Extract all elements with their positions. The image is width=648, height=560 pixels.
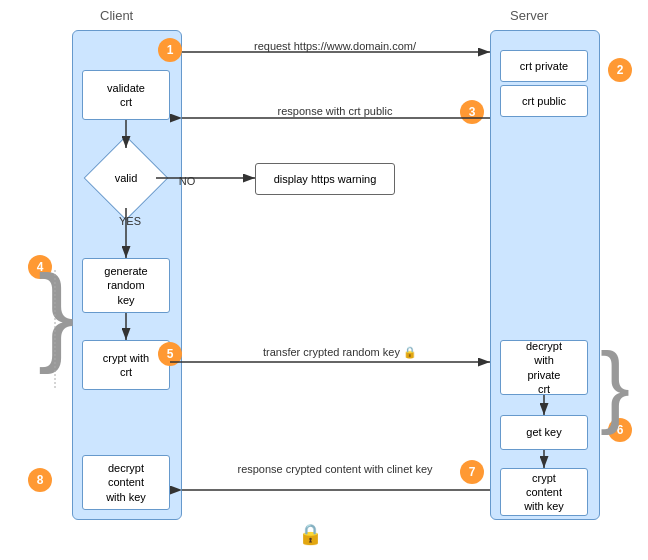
yes-label: YES [110, 215, 150, 227]
valid-diamond: valid [96, 148, 156, 208]
badge-8: 8 [28, 468, 52, 492]
arrow7-label: response crypted content with clinet key [185, 463, 485, 475]
client-label: Client [100, 8, 133, 23]
server-label: Server [510, 8, 548, 23]
crt-public-box: crt public [500, 85, 588, 117]
decrypt-private-box: decrypt with private crt [500, 340, 588, 395]
badge-7: 7 [460, 460, 484, 484]
arrow5-label: transfer crypted random key 🔒 [190, 346, 490, 359]
no-label: NO [172, 175, 202, 187]
arrow1-label: request https://www.domain.com/ [190, 40, 480, 52]
arrow3-label: response with crt public [190, 105, 480, 117]
brace-server: } [600, 340, 630, 430]
get-key-box: get key [500, 415, 588, 450]
crypt-crt-box: crypt with crt [82, 340, 170, 390]
diagram: Client Server validate crt valid generat… [0, 0, 648, 560]
crt-private-box: crt private [500, 50, 588, 82]
badge-2: 2 [608, 58, 632, 82]
generate-key-box: generate random key [82, 258, 170, 313]
badge-5: 5 [158, 342, 182, 366]
decrypt-content-box: decrypt content with key [82, 455, 170, 510]
crypt-content-box: crypt content with key [500, 468, 588, 516]
validate-crt-box: validate crt [82, 70, 170, 120]
brace-client: } [38, 258, 75, 368]
lock-bottom-icon: 🔒 [298, 522, 323, 546]
display-warning-box: display https warning [255, 163, 395, 195]
badge-1: 1 [158, 38, 182, 62]
badge-3: 3 [460, 100, 484, 124]
